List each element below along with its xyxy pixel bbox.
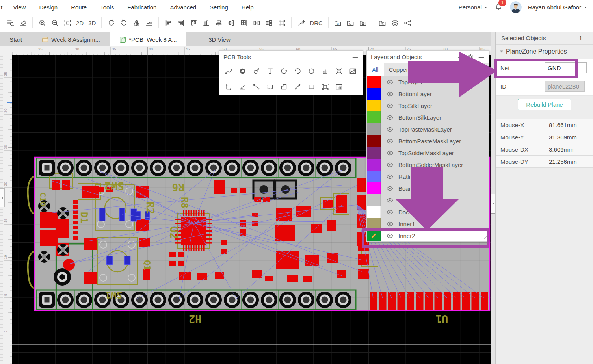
layer-color-swatch[interactable] — [367, 88, 381, 100]
layer-color-swatch[interactable] — [367, 218, 381, 230]
layer-row-bottomlayer[interactable]: BottomLayer — [367, 88, 489, 100]
align-bottom-icon[interactable] — [200, 17, 212, 29]
menu-item-advanced[interactable]: Advanced — [163, 4, 203, 11]
hand-icon[interactable] — [318, 64, 332, 78]
eye-icon[interactable] — [386, 161, 396, 169]
layer-color-swatch[interactable] — [367, 100, 381, 111]
eye-icon[interactable] — [386, 114, 396, 121]
layers-tab-copper[interactable]: Copper — [384, 63, 413, 76]
align-right-icon[interactable] — [175, 17, 187, 29]
rebuild-plane-button[interactable]: Rebuild Plane — [518, 99, 571, 110]
layer-color-swatch[interactable] — [367, 76, 381, 88]
via-icon[interactable] — [236, 64, 249, 78]
layer-row-topsoldermasklayer[interactable]: TopSolderMaskLayer — [367, 147, 489, 159]
align-top-icon[interactable] — [187, 17, 200, 29]
solid-region-icon[interactable] — [277, 80, 291, 93]
view-2d-button[interactable]: 2D — [74, 17, 86, 29]
minimize-button[interactable] — [478, 53, 485, 61]
pcb-tools-palette-header[interactable]: PCB Tools — [219, 51, 363, 63]
eye-icon[interactable] — [386, 102, 396, 110]
workspace-dropdown[interactable]: Personal — [459, 4, 488, 11]
layer-row-boar[interactable]: Boar — [367, 182, 489, 194]
layer-row-bottomsilklayer[interactable]: BottomSilkLayer — [367, 111, 489, 123]
layer-row-inner2[interactable]: Inner2 — [367, 230, 489, 241]
eye-icon[interactable] — [386, 149, 396, 157]
layer-color-swatch[interactable] — [367, 123, 381, 135]
pickplace-folder-icon[interactable] — [357, 17, 370, 29]
distribute-vertical-icon[interactable] — [263, 17, 275, 29]
layer-row-toplayer[interactable]: TopLayer — [367, 76, 489, 88]
layer-color-swatch[interactable] — [367, 182, 381, 194]
protractor-icon[interactable] — [236, 80, 249, 93]
layer-color-swatch[interactable] — [367, 230, 381, 241]
menu-item-design[interactable]: Design — [32, 4, 64, 11]
circle-icon[interactable] — [305, 64, 318, 78]
eye-icon[interactable] — [386, 208, 396, 216]
layer-row-inner1[interactable]: Inner1 — [367, 218, 489, 230]
panelize2-icon[interactable] — [332, 80, 346, 93]
design-manager-icon[interactable] — [4, 17, 17, 29]
menu-item-help[interactable]: Help — [235, 4, 260, 11]
minimize-button[interactable] — [351, 53, 359, 61]
align-center-horizontal-icon[interactable] — [225, 17, 238, 29]
select-region-icon[interactable] — [263, 80, 277, 93]
left-panel-collapse-handle[interactable] — [0, 188, 5, 207]
layer-row-toppastemasklayer[interactable]: TopPasteMaskLayer — [367, 123, 489, 135]
arc-center-icon[interactable] — [291, 64, 305, 78]
eye-icon[interactable] — [386, 232, 396, 240]
rotate-left-icon[interactable] — [105, 17, 117, 29]
eye-icon[interactable] — [386, 90, 396, 98]
text-icon[interactable] — [263, 64, 277, 78]
panelize-icon[interactable] — [275, 17, 288, 29]
origin-icon[interactable] — [332, 64, 346, 78]
flip-horizontal-icon[interactable] — [130, 17, 143, 29]
rotate-right-icon[interactable] — [117, 17, 130, 29]
layer-color-swatch[interactable] — [367, 111, 381, 123]
align-center-vertical-icon[interactable] — [212, 17, 225, 29]
tab-start[interactable]: Start — [0, 32, 32, 47]
menu-item-tools[interactable]: Tools — [93, 4, 121, 11]
menu-item-route[interactable]: Route — [64, 4, 93, 11]
bom-folder-icon[interactable]: B — [332, 17, 344, 29]
eye-icon[interactable] — [386, 185, 396, 192]
menu-item-view[interactable]: View — [6, 4, 32, 11]
align-grid-icon[interactable] — [238, 17, 250, 29]
route-icon[interactable] — [295, 17, 307, 29]
image-icon[interactable] — [346, 64, 360, 78]
gerber-folder-icon[interactable]: G — [344, 17, 357, 29]
layer-color-swatch[interactable] — [367, 135, 381, 147]
rect-icon[interactable] — [305, 80, 318, 93]
track-icon[interactable] — [222, 64, 236, 78]
menu-item-t[interactable]: t — [0, 4, 6, 11]
layer-row-doc[interactable]: Doc — [367, 206, 489, 218]
layer-row-bottompastemasklayer[interactable]: BottomPasteMaskLayer — [367, 135, 489, 147]
tab-3d-view[interactable]: 3D View — [186, 32, 253, 47]
layers-palette-header[interactable]: Layers and Objects — [367, 51, 489, 63]
eye-icon[interactable] — [386, 137, 396, 145]
eye-icon[interactable] — [386, 78, 396, 86]
layer-row-ratli[interactable]: Ratli — [367, 171, 489, 182]
dimension-icon[interactable] — [222, 80, 236, 93]
layer-color-swatch[interactable] — [367, 159, 381, 171]
arc-icon[interactable] — [277, 64, 291, 78]
view-3d-button[interactable]: 3D — [86, 17, 98, 29]
pad-icon[interactable] — [249, 64, 263, 78]
menu-item-setting[interactable]: Setting — [203, 4, 235, 11]
tab-pcb-week-8-a[interactable]: *PCB_Week 8 A... — [110, 32, 186, 47]
avatar[interactable] — [510, 1, 522, 13]
net-input[interactable]: GND — [545, 62, 575, 73]
distribute-horizontal-icon[interactable] — [250, 17, 263, 29]
import-icon[interactable] — [376, 17, 389, 29]
eye-icon[interactable] — [386, 197, 396, 204]
menu-item-fabrication[interactable]: Fabrication — [121, 4, 163, 11]
layers-icon[interactable] — [389, 17, 402, 29]
eraser-icon[interactable] — [17, 17, 29, 29]
group-icon[interactable] — [318, 80, 332, 93]
eye-icon[interactable] — [386, 126, 396, 133]
gear-button[interactable] — [467, 53, 474, 61]
layer-row-hidden[interactable] — [367, 194, 489, 206]
measure-icon[interactable] — [249, 80, 263, 93]
eye-icon[interactable] — [386, 220, 396, 228]
layer-row-topsilklayer[interactable]: TopSilkLayer — [367, 100, 489, 111]
share-icon[interactable] — [402, 17, 414, 29]
